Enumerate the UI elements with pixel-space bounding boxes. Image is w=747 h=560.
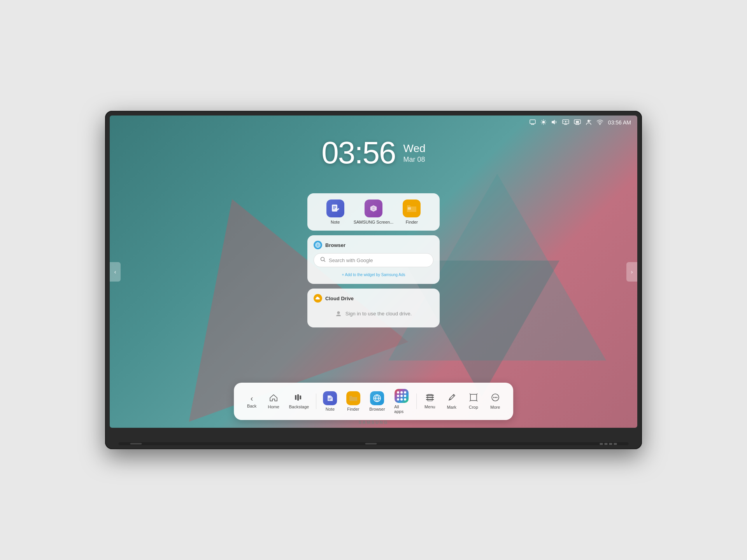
browser-add-link[interactable]: + Add to the widget by Samsung Ads	[342, 273, 405, 277]
taskbar-home-label: Home	[268, 404, 279, 409]
taskbar-mark[interactable]: Mark	[442, 391, 462, 412]
svg-rect-21	[576, 121, 579, 123]
taskbar-finder[interactable]: Finder	[342, 389, 364, 414]
note-app-icon	[326, 200, 344, 217]
taskbar-finder-label: Finder	[347, 407, 359, 411]
taskbar-all-apps[interactable]: All apps	[390, 387, 413, 416]
svg-marker-13	[552, 120, 555, 124]
finder-app-icon	[403, 200, 421, 217]
taskbar-crop[interactable]: Crop	[463, 391, 484, 412]
tv-port-1	[600, 443, 603, 445]
svg-point-25	[587, 120, 590, 122]
svg-rect-40	[297, 394, 299, 401]
mark-icon	[447, 393, 456, 403]
crop-icon	[469, 393, 478, 403]
widget-browser: Browser Search with Google + Add to the …	[307, 235, 440, 284]
home-icon	[269, 394, 278, 403]
taskbar: ‹ Back Home	[234, 383, 513, 420]
svg-point-15	[565, 121, 566, 122]
svg-point-59	[494, 397, 496, 398]
svg-rect-33	[408, 207, 411, 210]
tv-port-3	[609, 443, 612, 445]
tv-port-2	[605, 443, 608, 445]
volume-icon[interactable]	[551, 119, 558, 126]
samsung-screen-app-icon	[365, 200, 382, 217]
browser-widget-header: Browser	[314, 241, 433, 249]
cast-icon[interactable]	[574, 119, 581, 126]
browser-search-bar[interactable]: Search with Google	[314, 253, 433, 267]
status-bar: 03:56 AM	[110, 116, 637, 130]
svg-line-56	[477, 401, 477, 401]
scroll-right-arrow[interactable]: ›	[626, 262, 637, 282]
taskbar-back[interactable]: ‹ Back	[242, 392, 262, 411]
user-icon[interactable]	[586, 119, 592, 126]
widget-apps: Note SAMSUNG Screen...	[307, 193, 440, 231]
taskbar-crop-label: Crop	[469, 405, 478, 410]
tv-bottom-bar	[119, 442, 629, 445]
browser-widget-icon	[314, 241, 322, 249]
tv-indicator-center	[365, 443, 377, 444]
svg-line-11	[545, 120, 545, 121]
scroll-left-arrow[interactable]: ‹	[110, 262, 121, 282]
tv-frame: 03:56 AM 03:56 Wed Mar 08	[105, 111, 642, 449]
cloud-sign-text: Sign in to use the cloud drive.	[345, 311, 412, 317]
cloud-widget-title: Cloud Drive	[325, 296, 354, 301]
svg-point-60	[496, 397, 497, 398]
note-app-label: Note	[331, 220, 340, 224]
taskbar-menu-label: Menu	[424, 404, 435, 409]
samsung-brand: SAMSUNG	[358, 420, 388, 425]
taskbar-back-label: Back	[247, 404, 256, 408]
taskbar-note-label: Note	[326, 407, 335, 411]
svg-rect-28	[332, 205, 337, 212]
brightness-icon[interactable]	[540, 119, 547, 126]
backstage-icon	[295, 394, 303, 403]
cloud-sign-in-area: Sign in to use the cloud drive.	[314, 310, 433, 317]
app-samsung-screen[interactable]: SAMSUNG Screen...	[354, 200, 394, 224]
svg-rect-0	[530, 120, 535, 124]
taskbar-backstage[interactable]: Backstage	[285, 391, 313, 411]
widget-cloud-drive: Cloud Drive Sign in to use the cloud dri…	[307, 289, 440, 327]
browser-footer-text: + Add to the widget by Samsung Ads	[314, 271, 433, 278]
svg-rect-39	[295, 395, 296, 400]
taskbar-note[interactable]: Note	[319, 389, 341, 414]
samsung-screen-label: SAMSUNG Screen...	[354, 220, 394, 224]
taskbar-more-label: More	[490, 405, 500, 410]
svg-point-58	[493, 397, 494, 398]
clock-area: 03:56 Wed Mar 08	[321, 135, 425, 171]
network-icon[interactable]	[562, 119, 569, 126]
svg-line-26	[590, 120, 591, 121]
taskbar-allapps-label: All apps	[394, 404, 409, 414]
taskbar-more[interactable]: More	[485, 391, 505, 412]
taskbar-home[interactable]: Home	[263, 392, 284, 411]
svg-point-36	[321, 257, 324, 261]
taskbar-menu[interactable]: Menu	[420, 391, 440, 411]
app-note[interactable]: Note	[326, 200, 344, 224]
all-apps-grid	[397, 391, 407, 401]
svg-line-55	[470, 401, 470, 401]
taskbar-browser[interactable]: Browser	[366, 389, 389, 414]
svg-rect-49	[426, 399, 434, 400]
wifi-icon[interactable]	[596, 119, 603, 126]
search-icon	[320, 257, 326, 264]
svg-line-53	[470, 394, 470, 394]
tv-ports	[600, 443, 617, 445]
tv-port-4	[614, 443, 617, 445]
more-icon	[491, 393, 500, 403]
svg-point-4	[542, 121, 545, 123]
svg-line-9	[542, 120, 542, 121]
back-icon: ‹	[251, 394, 253, 402]
taskbar-divider-1	[316, 394, 316, 409]
svg-point-27	[599, 124, 600, 125]
clock-time: 03:56	[321, 135, 395, 171]
taskbar-backstage-label: Backstage	[289, 404, 309, 409]
taskbar-browser-label: Browser	[369, 407, 385, 411]
display-icon[interactable]	[530, 119, 536, 126]
svg-rect-52	[470, 394, 477, 401]
menu-icon	[426, 394, 434, 403]
taskbar-mark-label: Mark	[447, 405, 456, 410]
note-taskbar-icon	[323, 391, 337, 405]
finder-app-label: Finder	[406, 220, 418, 224]
status-time: 03:56 AM	[608, 119, 631, 126]
app-finder[interactable]: Finder	[403, 200, 421, 224]
browser-widget-title: Browser	[325, 242, 345, 248]
